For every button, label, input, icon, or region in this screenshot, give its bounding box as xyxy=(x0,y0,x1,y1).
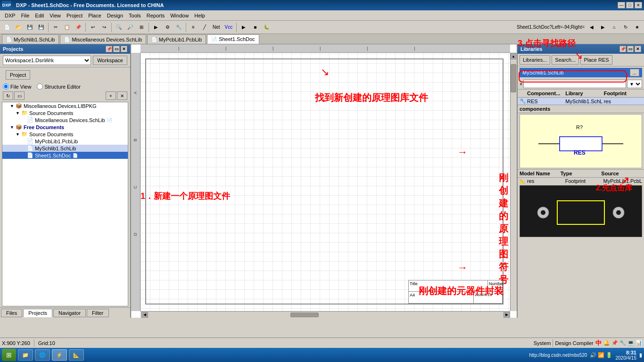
tree-item-sheet1[interactable]: 📄 Sheet1.SchDoc 📄 xyxy=(2,152,128,159)
toolbar-paste[interactable]: 📌 xyxy=(73,22,83,33)
taskbar-item-browser[interactable]: 🌐 xyxy=(35,349,50,361)
tab-misc-devices[interactable]: 📄 Miscellaneous Devices.SchLib xyxy=(60,34,146,44)
menu-tools[interactable]: Tools xyxy=(126,12,144,19)
toolbar-copy[interactable]: 📋 xyxy=(62,22,72,33)
start-button[interactable]: ⊞ xyxy=(2,349,16,361)
panel-close-btn[interactable]: ✕ xyxy=(121,46,127,52)
bottom-tab-projects[interactable]: Projects xyxy=(23,309,52,317)
menu-reports[interactable]: Reports xyxy=(144,12,168,19)
selected-lib-row[interactable]: MySchlib1.SchLib ... xyxy=(520,68,642,77)
tree-item-source-docs2[interactable]: ▼ 📁 Source Documents xyxy=(2,131,128,138)
toolbar-btn5[interactable]: ⚙ xyxy=(162,22,173,33)
tree-expand1[interactable]: ▼ xyxy=(10,104,16,108)
tree-item-pcblib[interactable]: 📄 MyPcbLib1.PcbLib xyxy=(2,138,128,145)
close-button[interactable]: ✕ xyxy=(635,2,642,8)
menu-edit[interactable]: Edit xyxy=(32,12,47,19)
toolbar-zoom-in[interactable]: 🔍 xyxy=(114,22,124,33)
toolbar-stop[interactable]: ■ xyxy=(250,22,260,33)
toolbar-zoom-out[interactable]: 🔎 xyxy=(125,22,135,33)
lib-table-row-res[interactable]: 🔧 RES MySchlib1.SchL res xyxy=(518,98,644,105)
toolbar-run[interactable]: ▶ xyxy=(239,22,249,33)
taskbar-item-app[interactable]: 📐 xyxy=(69,349,84,361)
tab-sheet1[interactable]: 📄 Sheet1.SchDoc xyxy=(207,34,259,44)
tree-item-freedocs[interactable]: ▼ 📦 Free Documents xyxy=(2,123,128,131)
lib-panel-pin[interactable]: 📌 xyxy=(619,46,626,52)
place-res-button[interactable]: Place RES xyxy=(580,55,612,65)
menu-file[interactable]: File xyxy=(18,12,33,19)
toolbar-net[interactable]: ≡ xyxy=(188,22,198,33)
taskbar-show-desktop[interactable]: ▮ xyxy=(639,352,642,358)
tree-expand4[interactable]: ▼ xyxy=(10,125,16,130)
radio-fileview[interactable] xyxy=(3,83,9,90)
toolbar-wire[interactable]: ╱ xyxy=(199,22,210,33)
scrollbar-v-up[interactable]: ▲ xyxy=(511,53,516,59)
scrollbar-h-left[interactable]: ◀ xyxy=(141,312,148,318)
toolbar-open[interactable]: 📂 xyxy=(13,22,24,33)
scrollbar-v-thumb[interactable] xyxy=(511,64,516,92)
workspace-button[interactable]: Workspace xyxy=(93,56,127,65)
minimize-button[interactable]: — xyxy=(618,2,625,8)
toolbar-home[interactable]: ⌂ xyxy=(609,22,619,33)
tree-expand5[interactable]: ▼ xyxy=(16,132,21,137)
scrollbar-h-right[interactable]: ▶ xyxy=(504,312,510,318)
lib-search-input[interactable] xyxy=(523,80,626,88)
menu-dxp[interactable]: DXP xyxy=(2,12,18,19)
menu-window[interactable]: Window xyxy=(167,12,191,19)
panel-del-btn[interactable]: ✕ xyxy=(117,91,127,100)
toolbar-fwd[interactable]: ▶ xyxy=(598,22,608,33)
libraries-button[interactable]: Libraries... xyxy=(520,55,550,65)
toolbar-zoom-fit[interactable]: ⊞ xyxy=(136,22,147,33)
tree-item-source-docs1[interactable]: ▼ 📁 Source Documents xyxy=(2,109,128,116)
toolbar-undo[interactable]: ↩ xyxy=(88,22,98,33)
workspace-select[interactable]: Workspace1.DsnWrk xyxy=(3,56,91,65)
taskbar-clock[interactable]: 8:31 2020/4/15 xyxy=(616,350,637,361)
toolbar-debug[interactable]: 🐛 xyxy=(261,22,272,33)
menu-place[interactable]: Place xyxy=(85,12,104,19)
lib-row-component: RES xyxy=(527,99,565,104)
toolbar-cut[interactable]: ✂ xyxy=(50,22,61,33)
menu-design[interactable]: Design xyxy=(104,12,126,19)
bottom-tab-navigator[interactable]: Navigator xyxy=(53,309,86,317)
project-button[interactable]: Project xyxy=(6,70,30,80)
toolbar-back[interactable]: ◀ xyxy=(586,22,597,33)
menu-project[interactable]: Project xyxy=(64,12,85,19)
toolbar-saveall[interactable]: 💾 xyxy=(36,22,46,33)
scrollbar-v[interactable]: ▲ xyxy=(510,53,517,311)
tree-expand2[interactable]: ▼ xyxy=(16,111,21,115)
toolbar-new[interactable]: 📄 xyxy=(2,22,12,33)
tree-item-misc-libpkg[interactable]: ▼ 📦 Miscellaneous Devices.LIBPKG xyxy=(2,102,128,109)
scrollbar-h-thumb[interactable] xyxy=(290,313,319,317)
bottom-tab-files[interactable]: Files xyxy=(1,309,22,317)
tab-myschlib[interactable]: 📄 MySchlib1.SchLib xyxy=(2,34,59,44)
tree-item-misc-schlib[interactable]: 📄 Miscellaneous Devices.SchLib 📄 xyxy=(2,116,128,123)
toolbar-redo[interactable]: ↪ xyxy=(99,22,109,33)
toolbar-compile[interactable]: ▶ xyxy=(151,22,161,33)
radio-struct-label[interactable]: Structure Editor xyxy=(37,83,80,90)
menu-help[interactable]: Help xyxy=(191,12,208,19)
tab-mypcblib[interactable]: 📄 MyPcbLib1.PcbLib xyxy=(147,34,206,44)
tree-item-schlib[interactable]: 📄 MySchlib1.SchLib xyxy=(2,145,128,152)
toolbar-btn6[interactable]: 🔧 xyxy=(173,22,184,33)
panel-refresh-btn[interactable]: ↻ xyxy=(3,91,13,100)
taskbar-item-files[interactable]: 📁 xyxy=(18,349,33,361)
radio-struct[interactable] xyxy=(37,83,43,90)
taskbar-item-dxp[interactable]: ⚡ xyxy=(52,349,67,361)
lib-panel-close[interactable]: ✕ xyxy=(635,46,641,52)
panel-expand-btn[interactable]: ▭ xyxy=(14,91,25,100)
lib-model-row-res[interactable]: 📐 res Footprint MyPcbLib1.PcbL xyxy=(518,178,644,184)
lib-filter-dropdown[interactable]: ▼ xyxy=(627,80,642,88)
menu-view[interactable]: View xyxy=(47,12,64,19)
radio-fileview-label[interactable]: File View xyxy=(3,83,31,90)
maximize-button[interactable]: □ xyxy=(626,2,634,8)
panel-pin-btn[interactable]: 📌 xyxy=(106,46,112,52)
toolbar-star[interactable]: ★ xyxy=(632,22,642,33)
toolbar-save[interactable]: 💾 xyxy=(25,22,35,33)
lib-panel-float[interactable]: ▭ xyxy=(627,46,634,52)
panel-new-btn[interactable]: + xyxy=(106,91,116,100)
toolbar-refresh[interactable]: ↻ xyxy=(620,22,631,33)
scrollbar-h[interactable]: ◀ ▶ xyxy=(140,311,510,318)
bottom-tab-filter[interactable]: Filter xyxy=(87,309,108,317)
panel-float-btn[interactable]: ▭ xyxy=(113,46,120,52)
search-button[interactable]: Search... xyxy=(552,55,579,65)
lib-more-button[interactable]: ... xyxy=(630,69,639,76)
